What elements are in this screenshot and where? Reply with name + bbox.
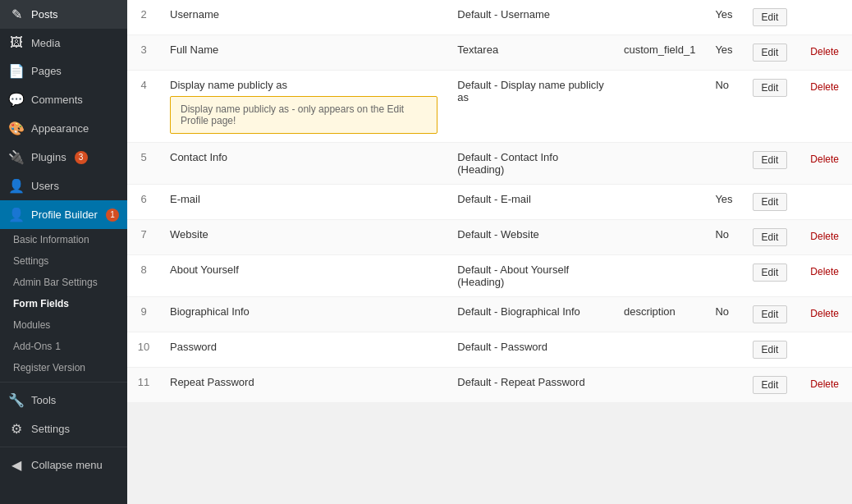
edit-button[interactable]: Edit xyxy=(753,305,788,323)
field-notice: Display name publicly as - only appears … xyxy=(170,96,437,134)
table-row: 3Full NameTextareacustom_field_1YesEditD… xyxy=(127,35,852,71)
field-meta-name xyxy=(614,255,705,297)
field-actions: Edit xyxy=(743,332,798,368)
sidebar-item-comments[interactable]: 💬 Comments xyxy=(0,85,127,114)
table-row: 4Display name publicly asDisplay name pu… xyxy=(127,71,852,143)
sidebar-item-plugins[interactable]: 🔌 Plugins 3 xyxy=(0,143,127,172)
delete-button[interactable]: Delete xyxy=(807,151,842,167)
delete-button[interactable]: Delete xyxy=(807,79,842,95)
sidebar-sub-modules[interactable]: Modules xyxy=(0,314,127,336)
field-meta-name xyxy=(614,143,705,185)
edit-button[interactable]: Edit xyxy=(753,8,788,26)
delete-button[interactable]: Delete xyxy=(807,376,842,392)
sidebar-sub-basic-information[interactable]: Basic Information xyxy=(0,229,127,250)
field-type: Default - E-mail xyxy=(447,185,614,220)
field-delete-cell: Delete xyxy=(797,71,852,143)
field-actions: Edit xyxy=(743,297,798,332)
field-delete-cell: Delete xyxy=(797,143,852,185)
sidebar-item-posts[interactable]: ✎ Posts xyxy=(0,0,127,29)
field-type: Default - Username xyxy=(447,0,614,35)
field-name-cell: Repeat Password xyxy=(160,368,447,403)
sidebar-sub-admin-bar-settings[interactable]: Admin Bar Settings xyxy=(0,272,127,293)
field-name: Repeat Password xyxy=(170,376,254,388)
field-name-cell: About Yourself xyxy=(160,255,447,297)
sidebar-item-appearance[interactable]: 🎨 Appearance xyxy=(0,114,127,143)
field-required xyxy=(705,368,742,403)
field-required xyxy=(705,255,742,297)
edit-button[interactable]: Edit xyxy=(753,263,788,282)
table-row: 10PasswordDefault - PasswordEdit xyxy=(127,332,852,368)
row-number: 10 xyxy=(127,332,160,368)
field-type: Default - Display name publicly as xyxy=(447,71,614,143)
row-number: 8 xyxy=(127,255,160,297)
delete-button[interactable]: Delete xyxy=(807,44,842,60)
field-meta-name: custom_field_1 xyxy=(614,35,705,71)
edit-button[interactable]: Edit xyxy=(753,151,788,169)
sidebar-item-media[interactable]: 🖼 Media xyxy=(0,29,127,57)
sidebar-item-users[interactable]: 👤 Users xyxy=(0,172,127,200)
table-row: 5Contact InfoDefault - Contact Info (Hea… xyxy=(127,143,852,185)
sidebar-sub-settings[interactable]: Settings xyxy=(0,250,127,272)
edit-button[interactable]: Edit xyxy=(753,193,788,211)
field-delete-cell xyxy=(797,0,852,35)
field-meta-name xyxy=(614,368,705,403)
field-name: Password xyxy=(170,341,217,353)
field-type: Default - Password xyxy=(447,332,614,368)
field-type: Default - Website xyxy=(447,220,614,255)
edit-button[interactable]: Edit xyxy=(753,228,788,246)
delete-button[interactable]: Delete xyxy=(807,305,842,322)
edit-button[interactable]: Edit xyxy=(753,79,788,97)
table-row: 6E-mailDefault - E-mailYesEdit xyxy=(127,185,852,220)
field-name: E-mail xyxy=(170,193,200,205)
field-name: Full Name xyxy=(170,44,218,56)
field-type: Default - Biographical Info xyxy=(447,297,614,332)
field-name: Username xyxy=(170,8,219,21)
field-name: Biographical Info xyxy=(170,305,250,318)
field-delete-cell xyxy=(797,185,852,220)
media-icon: 🖼 xyxy=(8,35,25,50)
field-actions: Edit xyxy=(743,143,798,185)
plugins-badge: 3 xyxy=(75,151,88,164)
row-number: 11 xyxy=(127,368,160,403)
plugins-icon: 🔌 xyxy=(8,149,25,165)
settings-icon: ⚙ xyxy=(8,421,25,437)
field-name: Display name publicly as xyxy=(170,79,287,91)
sidebar-sub-form-fields[interactable]: Form Fields xyxy=(0,293,127,314)
field-delete-cell: Delete xyxy=(797,255,852,297)
edit-button[interactable]: Edit xyxy=(753,44,788,62)
sidebar-divider xyxy=(0,382,127,383)
table-row: 11Repeat PasswordDefault - Repeat Passwo… xyxy=(127,368,852,403)
field-actions: Edit xyxy=(743,0,798,35)
field-meta-name xyxy=(614,71,705,143)
collapse-icon: ◀ xyxy=(8,457,25,473)
table-row: 9Biographical InfoDefault - Biographical… xyxy=(127,297,852,332)
field-name-cell: Contact Info xyxy=(160,143,447,185)
field-actions: Edit xyxy=(743,185,798,220)
field-actions: Edit xyxy=(743,368,798,403)
sidebar-item-profile-builder[interactable]: 👤 Profile Builder 1 xyxy=(0,200,127,229)
field-meta-name xyxy=(614,220,705,255)
field-required: Yes xyxy=(705,35,742,71)
sidebar-sub-add-ons[interactable]: Add-Ons 1 xyxy=(0,336,127,357)
sidebar-item-collapse[interactable]: ◀ Collapse menu xyxy=(0,451,127,479)
field-name: Contact Info xyxy=(170,151,227,163)
sidebar-item-settings[interactable]: ⚙ Settings xyxy=(0,415,127,443)
field-delete-cell: Delete xyxy=(797,220,852,255)
delete-button[interactable]: Delete xyxy=(807,228,842,245)
row-number: 7 xyxy=(127,220,160,255)
field-meta-name: description xyxy=(614,297,705,332)
sidebar-item-pages[interactable]: 📄 Pages xyxy=(0,57,127,85)
edit-button[interactable]: Edit xyxy=(753,376,788,394)
field-name-cell: Biographical Info xyxy=(160,297,447,332)
sidebar-sub-register-version[interactable]: Register Version xyxy=(0,357,127,378)
main-content: 2UsernameDefault - UsernameYesEdit3Full … xyxy=(127,0,852,504)
delete-button[interactable]: Delete xyxy=(807,263,842,280)
field-required: Yes xyxy=(705,0,742,35)
edit-button[interactable]: Edit xyxy=(753,341,788,359)
field-type: Textarea xyxy=(447,35,614,71)
active-indicator xyxy=(122,200,127,229)
posts-icon: ✎ xyxy=(8,7,25,22)
appearance-icon: 🎨 xyxy=(8,121,25,136)
sidebar-item-tools[interactable]: 🔧 Tools xyxy=(0,386,127,415)
sidebar: ✎ Posts 🖼 Media 📄 Pages 💬 Comments 🎨 App… xyxy=(0,0,127,504)
